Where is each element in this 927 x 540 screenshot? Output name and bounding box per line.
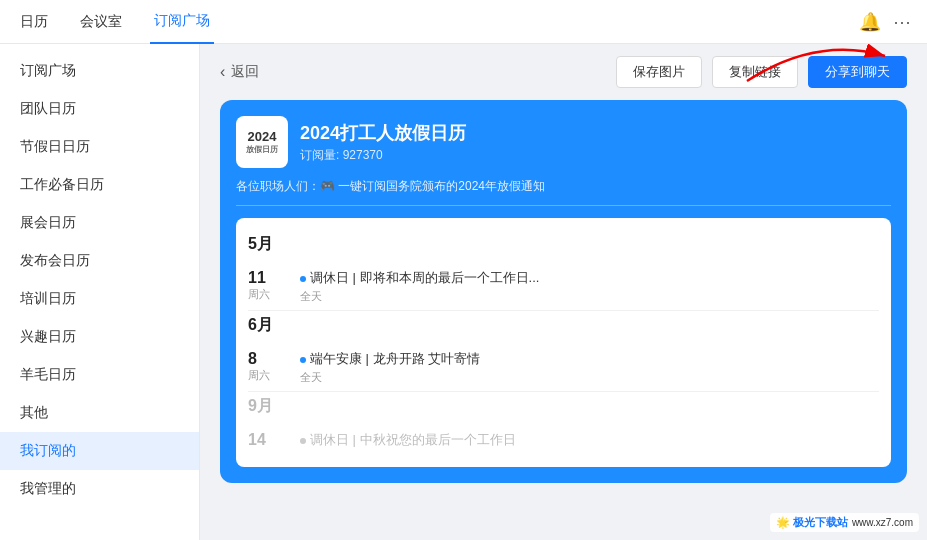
calendar-card: 2024 放假日历 2024打工人放假日历 订阅量: 927370 各位职场人们… [220, 100, 907, 483]
watermark-logo: 🌟 极光下载站 [776, 515, 848, 530]
top-nav-left: 日历 会议室 订阅广场 [16, 0, 214, 44]
card-title: 2024打工人放假日历 [300, 121, 466, 145]
watermark-url: www.xz7.com [852, 517, 913, 528]
event-date: 11 周六 [248, 269, 284, 302]
card-thumbnail: 2024 放假日历 [236, 116, 288, 168]
sidebar-item-plaza[interactable]: 订阅广场 [0, 52, 199, 90]
share-button[interactable]: 分享到聊天 [808, 56, 907, 88]
top-nav-right: 🔔 ⋯ [859, 11, 911, 33]
sidebar-item-wool[interactable]: 羊毛日历 [0, 356, 199, 394]
sidebar-item-work[interactable]: 工作必备日历 [0, 166, 199, 204]
sidebar-item-launch[interactable]: 发布会日历 [0, 242, 199, 280]
sidebar-item-team[interactable]: 团队日历 [0, 90, 199, 128]
thumbnail-sub: 放假日历 [246, 145, 278, 155]
event-day: 8 [248, 350, 257, 368]
event-name: 调休日 | 中秋祝您的最后一个工作日 [300, 431, 879, 449]
back-label: 返回 [231, 63, 259, 81]
more-icon[interactable]: ⋯ [893, 11, 911, 33]
copy-link-button[interactable]: 复制链接 [712, 56, 798, 88]
month-september: 9月 [248, 396, 879, 417]
event-dot-icon [300, 357, 306, 363]
sidebar-item-other[interactable]: 其他 [0, 394, 199, 432]
card-container: 2024 放假日历 2024打工人放假日历 订阅量: 927370 各位职场人们… [200, 100, 927, 540]
toolbar: ‹ 返回 保存图片 复制链接 分享到聊天 [200, 44, 927, 100]
calendar-events: 5月 11 周六 调休日 | 即将和本周的最后一个工作日... 全天 [236, 218, 891, 467]
event-time: 全天 [300, 289, 879, 304]
content-area: ‹ 返回 保存图片 复制链接 分享到聊天 [200, 44, 927, 540]
sidebar: 订阅广场 团队日历 节假日日历 工作必备日历 展会日历 发布会日历 培训日历 兴… [0, 44, 200, 540]
event-day: 14 [248, 431, 266, 449]
event-day: 11 [248, 269, 266, 287]
event-info: 调休日 | 即将和本周的最后一个工作日... 全天 [300, 269, 879, 304]
main-layout: 订阅广场 团队日历 节假日日历 工作必备日历 展会日历 发布会日历 培训日历 兴… [0, 44, 927, 540]
event-date: 14 [248, 431, 284, 449]
sidebar-item-managed[interactable]: 我管理的 [0, 470, 199, 508]
sidebar-item-expo[interactable]: 展会日历 [0, 204, 199, 242]
event-name-text: 端午安康 | 龙舟开路 艾叶寄情 [310, 350, 480, 368]
card-title-area: 2024打工人放假日历 订阅量: 927370 [300, 121, 466, 164]
event-time: 全天 [300, 370, 879, 385]
event-row-dimmed: 14 调休日 | 中秋祝您的最后一个工作日 [248, 425, 879, 455]
event-name-text: 调休日 | 即将和本周的最后一个工作日... [310, 269, 539, 287]
notification-icon[interactable]: 🔔 [859, 11, 881, 33]
event-dot-icon [300, 438, 306, 444]
sidebar-item-holiday[interactable]: 节假日日历 [0, 128, 199, 166]
nav-subscription[interactable]: 订阅广场 [150, 0, 214, 44]
watermark: 🌟 极光下载站 www.xz7.com [770, 513, 919, 532]
event-date: 8 周六 [248, 350, 284, 383]
save-image-button[interactable]: 保存图片 [616, 56, 702, 88]
event-row: 8 周六 端午安康 | 龙舟开路 艾叶寄情 全天 [248, 344, 879, 392]
thumbnail-year: 2024 [248, 129, 277, 145]
sidebar-item-training[interactable]: 培训日历 [0, 280, 199, 318]
event-info: 端午安康 | 龙舟开路 艾叶寄情 全天 [300, 350, 879, 385]
top-nav: 日历 会议室 订阅广场 🔔 ⋯ [0, 0, 927, 44]
toolbar-actions: 保存图片 复制链接 分享到聊天 [616, 56, 907, 88]
event-dot-icon [300, 276, 306, 282]
sidebar-item-interest[interactable]: 兴趣日历 [0, 318, 199, 356]
nav-meeting[interactable]: 会议室 [76, 0, 126, 44]
sidebar-item-subscribed[interactable]: 我订阅的 [0, 432, 199, 470]
card-description: 各位职场人们：🎮 一键订阅国务院颁布的2024年放假通知 [236, 178, 891, 206]
back-chevron-icon: ‹ [220, 63, 225, 81]
back-button[interactable]: ‹ 返回 [220, 63, 259, 81]
event-info: 调休日 | 中秋祝您的最后一个工作日 [300, 431, 879, 449]
event-name: 调休日 | 即将和本周的最后一个工作日... [300, 269, 879, 287]
nav-calendar[interactable]: 日历 [16, 0, 52, 44]
month-june: 6月 [248, 315, 879, 336]
card-header: 2024 放假日历 2024打工人放假日历 订阅量: 927370 [236, 116, 891, 168]
event-name-text: 调休日 | 中秋祝您的最后一个工作日 [310, 431, 516, 449]
event-weekday: 周六 [248, 368, 270, 383]
month-may: 5月 [248, 234, 879, 255]
event-row: 11 周六 调休日 | 即将和本周的最后一个工作日... 全天 [248, 263, 879, 311]
event-name: 端午安康 | 龙舟开路 艾叶寄情 [300, 350, 879, 368]
event-weekday: 周六 [248, 287, 270, 302]
card-subscribers: 订阅量: 927370 [300, 147, 466, 164]
